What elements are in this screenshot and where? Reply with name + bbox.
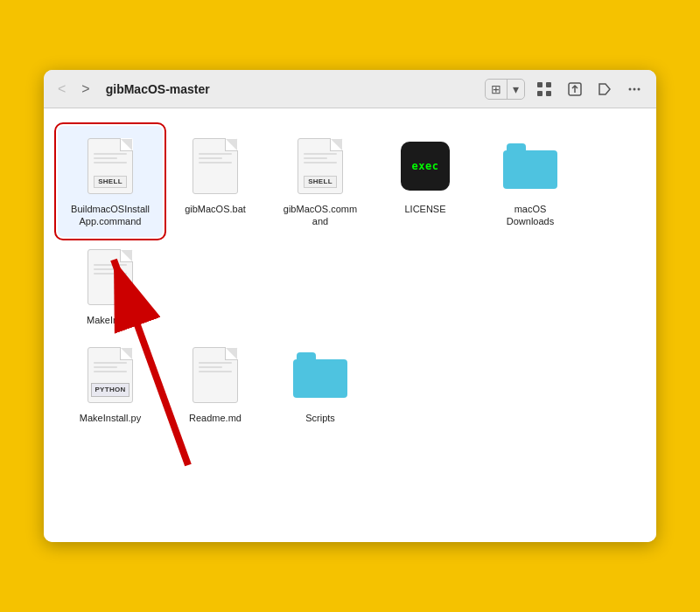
- file-name-build-command: BuildmacOSInstallApp.command: [71, 203, 150, 228]
- file-icon-license: exec: [397, 135, 453, 198]
- svg-point-5: [629, 87, 632, 90]
- more-btn[interactable]: [623, 80, 646, 99]
- file-name-gibmacos-bat: gibMacOS.bat: [185, 203, 246, 215]
- file-name-gibmacos-command: gibMacOS.command: [284, 203, 357, 228]
- file-name-makeinstall-py: MakeInstall.py: [80, 412, 141, 424]
- back-button[interactable]: <: [54, 80, 69, 99]
- file-item-makeinstall[interactable]: MakeInst...: [58, 237, 163, 335]
- svg-rect-2: [537, 91, 542, 96]
- file-item-build-command[interactable]: SHELL BuildmacOSInstallApp.command: [58, 126, 163, 237]
- file-item-gibmacos-command[interactable]: SHELL gibMacOS.command: [268, 126, 373, 237]
- file-icon-scripts: [292, 344, 348, 407]
- file-item-macos-downloads[interactable]: macOSDownloads: [478, 126, 583, 237]
- file-name-license: LICENSE: [404, 203, 445, 215]
- file-icon-makeinstall: [82, 246, 138, 309]
- file-icon-macos-downloads: [502, 135, 558, 198]
- tag-btn[interactable]: [593, 80, 616, 99]
- files-grid: SHELL BuildmacOSInstallApp.command: [58, 126, 642, 335]
- list-view-btn[interactable]: ▾: [508, 80, 524, 99]
- file-icon-gibmacos-command: SHELL: [292, 135, 348, 198]
- view-switcher: ⊞ ▾: [485, 79, 525, 100]
- file-name-macos-downloads: macOSDownloads: [507, 203, 554, 228]
- file-icon-makeinstall-py: PYTHON: [82, 344, 138, 407]
- file-name-scripts: Scripts: [305, 412, 335, 424]
- files-grid-row2: PYTHON MakeInstall.py Readme.md: [58, 335, 642, 433]
- file-item-gibmacos-bat[interactable]: gibMacOS.bat: [163, 126, 268, 237]
- svg-point-6: [634, 87, 636, 90]
- window-title: gibMacOS-master: [106, 82, 210, 96]
- file-name-makeinstall: MakeInst...: [87, 314, 134, 326]
- exec-icon: exec: [401, 142, 450, 191]
- svg-rect-3: [546, 91, 551, 96]
- file-icon-readme: [187, 344, 243, 407]
- file-item-scripts[interactable]: Scripts: [268, 335, 373, 433]
- svg-point-7: [638, 87, 640, 90]
- grid-view-btn[interactable]: [532, 79, 556, 100]
- finder-toolbar: < > gibMacOS-master ⊞ ▾: [44, 70, 656, 108]
- file-item-makeinstall-py[interactable]: PYTHON MakeInstall.py: [58, 335, 163, 433]
- share-btn[interactable]: [564, 80, 586, 99]
- toolbar-icons: ⊞ ▾: [485, 79, 646, 100]
- icon-view-btn[interactable]: ⊞: [486, 80, 508, 99]
- file-name-readme: Readme.md: [189, 412, 242, 424]
- file-item-readme[interactable]: Readme.md: [163, 335, 268, 433]
- file-icon-gibmacos-bat: [187, 135, 243, 198]
- svg-rect-0: [537, 82, 542, 87]
- finder-window: < > gibMacOS-master ⊞ ▾: [44, 70, 656, 542]
- svg-rect-1: [546, 82, 551, 87]
- file-item-license[interactable]: exec LICENSE: [373, 126, 478, 237]
- finder-content: SHELL BuildmacOSInstallApp.command: [44, 108, 656, 542]
- file-icon-build-command: SHELL: [82, 135, 138, 198]
- forward-button[interactable]: >: [78, 80, 93, 99]
